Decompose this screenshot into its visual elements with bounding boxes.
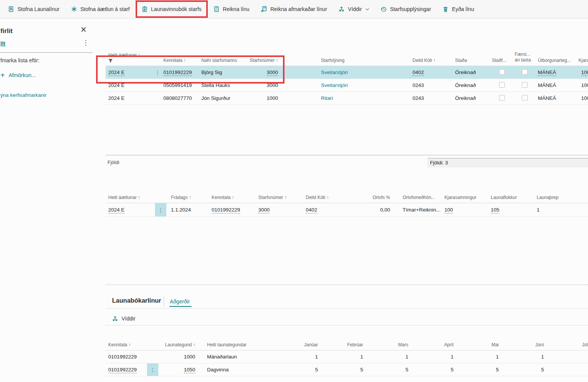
cell-month-april[interactable]: 1 (411, 350, 457, 363)
column-header-faersla-an-taxta[interactable]: Færsl... án taxta (515, 38, 538, 66)
column-header-stadfest[interactable]: Staðf... (492, 38, 515, 66)
table-row[interactable]: 0101992229 1000 Mánaðarlaun 1 1 1 1 1 1 (106, 350, 588, 363)
cell-starfsnumer[interactable]: 3000 (246, 79, 281, 92)
cell-stada[interactable]: Óreiknað (455, 92, 492, 105)
cell-kennitala[interactable]: 0505991419 (163, 79, 201, 92)
column-header-launathrep[interactable]: Launaþrep (537, 188, 588, 203)
column-header-starfslysing[interactable]: Starfslýsing (321, 38, 413, 66)
cell-deild[interactable]: 0402 (306, 203, 355, 217)
cell-heiti[interactable]: 2024 E (106, 79, 152, 92)
tab-adgerdir[interactable]: Aðgerðir (170, 298, 190, 305)
cell-month-februar[interactable]: 5 (321, 363, 366, 376)
part-toolbar-viddir[interactable]: Víddir (112, 312, 136, 325)
close-icon[interactable]: × (81, 25, 87, 35)
column-header-heiti-aaetlunar[interactable]: Heiti áætlunar ↑ (106, 188, 155, 203)
cell-orlofsmedhondlun[interactable]: Tímar+Reiknin... (403, 203, 444, 217)
toolbar-button-stofna-aaetlun-a-starf[interactable]: Stofna áætlun á starf (65, 0, 136, 18)
cell-starfsnumer[interactable]: 1000 (246, 92, 281, 105)
row-menu-cell[interactable] (152, 79, 163, 92)
checkbox-stadfest[interactable] (499, 69, 505, 75)
checkbox-stadfest[interactable] (499, 95, 505, 101)
cell-kennitala[interactable]: 0808027770 (163, 92, 201, 105)
table-row[interactable]: 2024 E 0808027770 Jón Sigurður 1000 Rita… (106, 92, 588, 105)
cell-starfsnumer[interactable]: 3000 (258, 203, 306, 217)
cell-starfslysing[interactable]: Sveitarstjóri (321, 66, 413, 79)
cell-kjarasamningur[interactable]: 100 (579, 92, 588, 105)
column-header-starfsnumer[interactable]: Starfsnúmer ↑ (258, 188, 306, 203)
cell-launathrep[interactable]: 1 (537, 203, 588, 217)
cell-heiti-launategundar[interactable]: Mánaðarlaun (198, 350, 273, 363)
cell-month-mai[interactable]: 1 (457, 350, 502, 363)
row-menu-icon[interactable]: ⋮ (158, 207, 163, 213)
column-header-month-april[interactable]: Apríl (411, 326, 457, 350)
view-all-link[interactable]: llt (0, 40, 5, 47)
cell-month-mars[interactable]: 1 (366, 350, 411, 363)
column-header-kjarasamningur[interactable]: Kjarasamningur (444, 188, 491, 203)
cell-month-juni[interactable]: 1 (502, 350, 547, 363)
cell-heiti[interactable]: 2024 E (106, 92, 152, 105)
table-row-selected[interactable]: 2024 E ⋮ 0101992229 Björg Sig 3000 Sveit… (106, 66, 588, 79)
cell-kjarasamningur[interactable]: 100 (579, 66, 588, 79)
column-header-month-februar[interactable]: Febrúar (321, 326, 366, 350)
column-header-launategund[interactable]: Launategund ↑ (158, 326, 198, 350)
cell-stadfest[interactable] (492, 92, 515, 105)
column-header-kennitala[interactable]: Kennitala ↑ (212, 188, 258, 203)
column-header-deild-koti[interactable]: Deild Kóti ↑ (413, 38, 455, 66)
cell-kjarasamningur[interactable]: 100 (579, 79, 588, 92)
cell-kennitala[interactable]: 0101992229 (212, 203, 258, 217)
column-header-fradags[interactable]: Frádags ↑ (166, 188, 212, 203)
cell-utborgunartegund[interactable]: MÁNEÁ (538, 66, 579, 79)
checkbox-stadfest[interactable] (499, 82, 505, 88)
column-header-utborgunartegund[interactable]: Útborgunarteg... (538, 38, 579, 66)
cell-faersla-an-taxta[interactable] (515, 79, 538, 92)
filter-funnel-icon[interactable] (108, 59, 113, 63)
cell-faersla-an-taxta[interactable] (515, 66, 538, 79)
toolbar-button-starfsupplysingar[interactable]: Starfsupplýsingar (375, 0, 437, 18)
row-menu-icon[interactable]: ⋮ (150, 367, 155, 373)
toolbar-button-stofna-launalinur[interactable]: Stofna Launalínur (2, 0, 65, 18)
row-menu-cell[interactable]: ⋮ (152, 66, 163, 79)
toolbar-button-eyda-linu[interactable]: Eyða línu (437, 0, 480, 18)
cell-month-juni[interactable]: 5 (502, 363, 547, 376)
cell-stada[interactable]: Óreiknað (455, 66, 492, 79)
column-header-month-mars[interactable]: Mars (366, 326, 411, 350)
cell-starfslysing[interactable]: Sveitarstjóri (321, 79, 413, 92)
cell-nafn[interactable]: Jón Sigurður (201, 92, 246, 105)
cell-kennitala[interactable]: 0101992229 (106, 363, 147, 376)
cell-month-juli[interactable] (547, 363, 588, 376)
cell-month-februar[interactable]: 1 (321, 350, 366, 363)
cell-utborgunartegund[interactable]: MÁNEÁ (538, 79, 579, 92)
checkbox-faersla-an-taxta[interactable] (522, 69, 528, 75)
checkbox-faersla-an-taxta[interactable] (522, 82, 528, 88)
more-options-icon[interactable]: ⋮ (82, 39, 89, 47)
cell-month-januar[interactable]: 5 (273, 363, 321, 376)
column-header-month-juni[interactable]: Júní (502, 326, 547, 350)
toolbar-button-launavinnubok-starfs[interactable]: Launavinnubók starfs (136, 0, 208, 18)
cell-heiti[interactable]: 2024 E (106, 66, 152, 79)
cell-orlofs[interactable]: 0,00 (355, 203, 393, 217)
column-header-nafn-starfsmanns[interactable]: Nafn starfsmanns (201, 38, 246, 66)
checkbox-faersla-an-taxta[interactable] (522, 95, 528, 101)
row-menu-cell[interactable] (152, 92, 163, 105)
cell-starfslysing[interactable]: Ritari (321, 92, 413, 105)
column-header-starfsnumer[interactable]: Starfsnúmer ↑ (246, 38, 281, 66)
column-header-month-mai[interactable]: Mai (457, 326, 502, 350)
cell-month-mai[interactable]: 5 (457, 363, 502, 376)
cell-deild[interactable]: 0243 (413, 79, 455, 92)
cell-stada[interactable]: Óreiknað (455, 79, 492, 92)
column-header-kennitala[interactable]: Kennitala ↑ (163, 38, 201, 66)
cell-starfsnumer[interactable]: 3000 (246, 66, 281, 79)
column-header-month-juli[interactable]: Júlí (547, 326, 588, 350)
table-row[interactable]: 2024 E ⋮ 1.1.2024 0101992229 3000 0402 0… (106, 203, 588, 217)
cell-launategund[interactable]: 1000 (158, 350, 198, 363)
row-menu-cell-focused[interactable]: ⋮ (155, 203, 166, 217)
column-header-launaflokkur[interactable]: Launaflokkur (491, 188, 537, 203)
row-menu-cell[interactable] (147, 350, 158, 363)
toolbar-button-reikna-linu[interactable]: Reikna línu (208, 0, 255, 18)
column-header-heiti-aaetlunar[interactable]: Heiti áætlunar ↑ (106, 38, 152, 66)
cell-deild[interactable]: 0402 (413, 66, 455, 79)
cell-kennitala[interactable]: 0101992229 (106, 350, 147, 363)
cell-kennitala[interactable]: 0101992229 (163, 66, 201, 79)
cell-nafn[interactable]: Björg Sig (201, 66, 246, 79)
cell-month-januar[interactable]: 1 (273, 350, 321, 363)
